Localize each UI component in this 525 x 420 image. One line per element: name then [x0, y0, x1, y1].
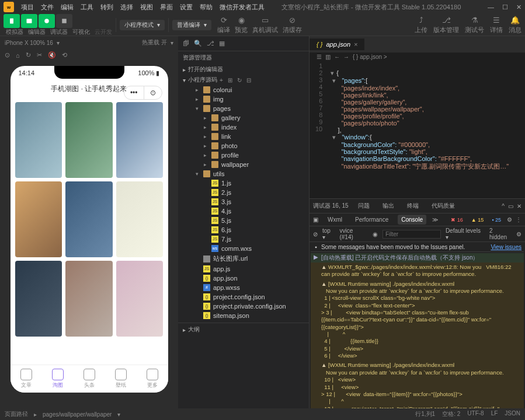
capsule-menu[interactable]: •••⊙: [124, 86, 162, 100]
tab-headline[interactable]: 头条: [74, 369, 105, 389]
menu-interface[interactable]: 界面: [157, 3, 176, 12]
dt-inspect-icon[interactable]: ▣: [313, 216, 318, 223]
menu-help[interactable]: 帮助: [196, 3, 216, 12]
tree-item-7-js[interactable]: JS7.js: [178, 235, 309, 244]
remote-debug-button[interactable]: ▭真机调试: [252, 16, 278, 34]
dt-popout-icon[interactable]: ▭: [508, 203, 513, 209]
explorer-tab-search-icon[interactable]: 🔍: [194, 40, 202, 47]
tree-item-站长图库-url[interactable]: 站长图库.url: [178, 253, 309, 264]
view-issues-link[interactable]: View issues: [491, 244, 521, 250]
tree-item-img[interactable]: ▸img: [178, 94, 309, 104]
dt-tab-wxml[interactable]: Wxml: [324, 215, 346, 225]
sim-back-icon[interactable]: ⊙: [5, 51, 10, 59]
new-file-icon[interactable]: +: [220, 77, 223, 83]
tree-item-2-js[interactable]: JS2.js: [178, 188, 309, 197]
debugger-toggle[interactable]: [39, 14, 55, 28]
grid-thumb[interactable]: [65, 181, 113, 257]
collapse-icon[interactable]: ⊟: [246, 77, 251, 83]
tree-item-profile[interactable]: ▸profile: [178, 150, 309, 160]
test-account-button[interactable]: ⚗测试号: [465, 16, 484, 34]
menu-settings[interactable]: 设置: [176, 3, 196, 12]
tab-browse[interactable]: 淘图: [42, 369, 74, 389]
details-button[interactable]: ☰详情: [490, 16, 503, 34]
tree-item-3-js[interactable]: JS3.js: [178, 197, 309, 206]
menu-devtools[interactable]: 微信开发者工具: [216, 3, 268, 12]
visual-toggle[interactable]: [56, 14, 72, 28]
status-eol[interactable]: LF: [491, 410, 498, 418]
grid-thumb[interactable]: [15, 181, 62, 257]
menu-goto[interactable]: 转到: [97, 3, 117, 12]
tree-item-utils[interactable]: ▾utils: [178, 169, 309, 178]
tree-item-app-json[interactable]: {}app.json: [178, 274, 309, 283]
dt-tab-performance[interactable]: Performance: [352, 215, 392, 225]
dt-more-icon[interactable]: ⋮: [516, 216, 521, 223]
menu-edit[interactable]: 编辑: [57, 3, 77, 12]
grid-thumb[interactable]: [15, 261, 62, 337]
hot-reload-toggle[interactable]: 热重载 开: [142, 38, 167, 47]
page-path-value[interactable]: pages/wallpaper/wallpaper: [43, 411, 112, 418]
new-folder-icon[interactable]: ⊞: [228, 77, 232, 83]
tree-item-index[interactable]: ▸index: [178, 123, 309, 132]
dt-gear-icon[interactable]: ⚙: [516, 231, 521, 237]
clear-cache-button[interactable]: ⊘清缓存: [283, 16, 302, 34]
dt-expand-icon[interactable]: ^: [502, 203, 505, 209]
sim-cut-icon[interactable]: ✂: [37, 51, 42, 59]
context-selector[interactable]: top ▾: [322, 228, 335, 240]
window-maximize[interactable]: ☐: [502, 4, 508, 11]
tree-item-gallery[interactable]: ▸gallery: [178, 113, 309, 123]
tree-item-colorui[interactable]: ▸colorui: [178, 85, 309, 94]
menu-project[interactable]: 项目: [18, 3, 37, 12]
status-spaces[interactable]: 空格: 2: [442, 410, 460, 418]
status-lang[interactable]: JSON: [505, 410, 520, 418]
tree-item-sitemap-json[interactable]: {}sitemap.json: [178, 311, 309, 320]
dt-tab-console[interactable]: Console: [398, 215, 426, 225]
window-close[interactable]: ✕: [516, 4, 521, 11]
explorer-tab-git-icon[interactable]: ⎇: [207, 40, 214, 47]
menu-tools[interactable]: 工具: [77, 3, 97, 12]
compile-button[interactable]: ⟳编译: [217, 16, 230, 34]
status-cursor[interactable]: 行1,列1: [415, 410, 435, 418]
dt-eye-icon[interactable]: ◉: [373, 231, 378, 237]
grid-thumb[interactable]: [15, 102, 62, 178]
upload-button[interactable]: ⤴上传: [415, 16, 427, 34]
tree-item-project-private-config-json[interactable]: {}project.private.config.json: [178, 302, 309, 311]
sim-refresh-icon[interactable]: ↻: [26, 51, 31, 59]
preview-button[interactable]: ◉预览: [235, 16, 248, 34]
window-minimize[interactable]: —: [488, 4, 494, 11]
compile-dropdown[interactable]: 普通编译▾: [172, 20, 211, 30]
tab-more[interactable]: 更多: [137, 369, 168, 389]
editor-toggle[interactable]: [21, 14, 37, 28]
dt-tab-output[interactable]: 输出: [379, 200, 398, 212]
editor-tab-appjson[interactable]: { } app.json ×: [310, 38, 364, 50]
dt-tab-terminal[interactable]: 终端: [404, 200, 422, 212]
simulator-toggle[interactable]: [4, 14, 20, 28]
messages-button[interactable]: 🔔消息: [509, 16, 521, 34]
tree-item-comm-wxs[interactable]: wscomm.wxs: [178, 244, 309, 253]
mode-dropdown[interactable]: 小程序模式▾: [120, 20, 165, 30]
grid-thumb[interactable]: [116, 261, 164, 337]
tab-article[interactable]: 文章: [11, 369, 42, 389]
tree-item-photo[interactable]: ▸photo: [178, 141, 309, 150]
refresh-icon[interactable]: ↻: [237, 77, 242, 83]
menu-view[interactable]: 视图: [137, 3, 157, 12]
tree-item-5-js[interactable]: JS5.js: [178, 216, 309, 225]
project-section[interactable]: ▾ 小程序源码 + ⊞ ↻ ⊟: [178, 75, 309, 85]
menu-select[interactable]: 选择: [117, 3, 137, 12]
console-filter-input[interactable]: [383, 230, 441, 239]
explorer-tab-files-icon[interactable]: 🗐: [183, 40, 189, 47]
console-output[interactable]: ▪Some messages have been moved to the Is…: [310, 242, 525, 408]
device-selector[interactable]: iPhone X 100% 16: [5, 40, 53, 46]
tree-item-6-js[interactable]: JS6.js: [178, 225, 309, 235]
dt-tab-quality[interactable]: 代码质量: [428, 200, 458, 212]
tree-item-pages[interactable]: ▾pages: [178, 104, 309, 113]
sim-rotate-icon[interactable]: ⟲: [62, 51, 67, 59]
tree-item-1-js[interactable]: JS1.js: [178, 178, 309, 188]
status-encoding[interactable]: UTF-8: [467, 410, 484, 418]
dt-close-icon[interactable]: ✕: [517, 203, 521, 209]
tree-item-wallpaper[interactable]: ▸wallpaper: [178, 160, 309, 169]
tree-item-app-wxss[interactable]: #app.wxss: [178, 283, 309, 292]
version-button[interactable]: ⎇版本管理: [433, 16, 459, 34]
grid-thumb[interactable]: [65, 261, 113, 337]
levels-selector[interactable]: Default levels ▾: [446, 228, 485, 240]
dt-tab-problems[interactable]: 问题: [354, 200, 373, 212]
